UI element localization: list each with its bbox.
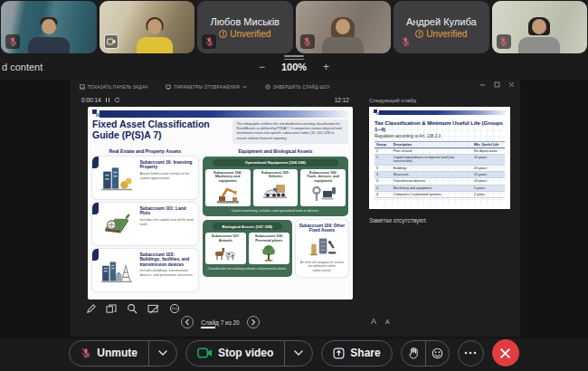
share-screen-icon: [333, 347, 345, 359]
end-slideshow-button[interactable]: ЗАВЕРШИТЬ СЛАЙД-ШОУ: [265, 84, 330, 90]
see-all-slides-button[interactable]: [106, 304, 117, 314]
window-controls: [479, 81, 515, 88]
taskbar-icon: [80, 84, 85, 90]
next-slide-label: Следующий слайд: [369, 98, 416, 103]
raise-hand-button[interactable]: [402, 341, 425, 366]
table-row: 3Structures15 years: [375, 171, 505, 177]
other-assets-icon: [299, 236, 346, 258]
table-row: 1Plots of landNo depreciation: [375, 147, 505, 154]
participant-tile-6[interactable]: [492, 1, 588, 53]
slide-navigation: Слайд 7 из 20: [88, 316, 353, 328]
participant-name: Андрей Кулиба: [406, 16, 477, 27]
real-estate-column: Real Estate and Property Assets Subaccou…: [92, 147, 198, 295]
participant-tile-2[interactable]: [100, 1, 195, 53]
buildings-coins-icon: [97, 160, 137, 196]
table-row: 4Machinery and equipment5 years: [375, 185, 505, 191]
table-row: 4Computers / automated systems2 years: [375, 192, 505, 198]
black-screen-button[interactable]: [147, 304, 159, 314]
unmute-button[interactable]: Unmute: [70, 341, 148, 366]
animals-icon: [207, 244, 244, 262]
participant-video: [128, 17, 182, 53]
close-x-icon: [500, 348, 510, 358]
pause-timer-icon[interactable]: [106, 98, 110, 102]
slide-tools: [86, 303, 180, 314]
participant-strip: Любов Миськів ! Unverified Андрей Кулиба…: [1, 1, 587, 53]
zoom-level[interactable]: 100%: [281, 62, 307, 72]
minimize-button[interactable]: [479, 81, 486, 88]
stop-video-button[interactable]: Stop video: [186, 341, 284, 366]
participant-name: Любов Миськів: [211, 16, 280, 27]
subaccount-106-card: Subaccount 106: Tools, devices, and equi…: [300, 169, 346, 206]
audio-options-button[interactable]: [148, 341, 176, 366]
zoom-slide-button[interactable]: [127, 303, 138, 314]
useful-life-table: Group Description Min. Useful Life 1Plot…: [375, 141, 505, 199]
font-increase-button[interactable]: A: [371, 317, 376, 326]
speaker-notes-placeholder: Заметки отсутствуют.: [369, 217, 427, 224]
unverified-badge: ! Unverified: [415, 29, 467, 39]
close-window-button[interactable]: [508, 81, 515, 88]
slide-description: This infographic outlines the standardiz…: [232, 119, 348, 144]
subaccount-104-card: Subaccount 104: Machinery and equipment: [205, 169, 251, 206]
more-options-button[interactable]: [458, 340, 484, 366]
video-options-button[interactable]: [284, 341, 312, 366]
next-slide-button[interactable]: [247, 316, 260, 328]
participant-video: [316, 17, 370, 53]
view-bar: d content − 100% +: [0, 58, 588, 78]
participant-video: [512, 17, 566, 53]
more-options-icon: [464, 351, 477, 355]
slide-counter: Слайд 7 из 20: [201, 319, 239, 326]
unmute-control: Unmute: [69, 340, 177, 366]
unverified-icon: !: [415, 30, 423, 38]
participant-tile-1[interactable]: [1, 1, 97, 53]
participant-tile-4[interactable]: [296, 1, 392, 53]
tree-icon: [251, 244, 288, 262]
show-taskbar-button[interactable]: ПОКАЗАТЬ ПАНЕЛЬ ЗАДАЧ: [80, 84, 147, 90]
subaccount-108-card: Subaccount 108: Perennial plants: [249, 233, 289, 264]
smiley-icon: [432, 347, 443, 359]
display-icon: [166, 84, 171, 90]
subaccount-105-card: Subaccount 105: Vehicles: [253, 169, 299, 206]
presenter-view-window: ПОКАЗАТЬ ПАНЕЛЬ ЗАДАЧ ПАРАМЕТРЫ ОТОБРАЖЕ…: [71, 80, 520, 337]
leave-meeting-button[interactable]: [492, 339, 519, 366]
clock-value: 12:12: [335, 97, 349, 103]
participant-tile-5[interactable]: Андрей Кулиба ! Unverified: [394, 1, 489, 53]
share-button[interactable]: Share: [322, 341, 391, 366]
notes-font-controls: A A: [371, 317, 390, 326]
preview-title: Tax Classification & Minimum Useful Life…: [375, 120, 505, 133]
more-slideshow-options-button[interactable]: [169, 303, 180, 314]
mic-off-icon: [497, 34, 511, 49]
display-settings-button[interactable]: ПАРАМЕТРЫ ОТОБРАЖЕНИЯ: [166, 84, 246, 90]
subaccount-109-card: Subaccount 109: Other Fixed Assets A cat…: [296, 220, 348, 277]
restart-timer-icon[interactable]: [114, 97, 120, 103]
maximize-button[interactable]: [494, 81, 500, 88]
presenter-toolbar: ПОКАЗАТЬ ПАНЕЛЬ ЗАДАЧ ПАРАМЕТРЫ ОТОБРАЖЕ…: [71, 80, 520, 94]
timer-value: 0:00:14: [81, 97, 101, 103]
video-camera-badge-icon: [104, 34, 119, 49]
participant-tile-3[interactable]: Любов Миськів ! Unverified: [197, 1, 293, 53]
preview-subtitle: Regulation according to Art. 138.3.3: [375, 134, 505, 138]
unverified-badge: ! Unverified: [219, 29, 270, 39]
slide-title: Fixed Asset Classification Guide (P(S)A …: [92, 119, 227, 144]
chevron-down-icon: [242, 85, 247, 89]
land-compass-icon: [97, 206, 137, 243]
table-row: 3Buildings20 years: [375, 165, 505, 171]
subaccount-10-card: Subaccount 10: Investing PropertyAssets …: [92, 157, 198, 199]
biological-assets-panel: Biological Assets (107-108) Subaccount 1…: [203, 220, 292, 277]
reactions-button[interactable]: [425, 341, 449, 366]
share-control: Share: [321, 340, 392, 366]
reactions-control: [401, 340, 450, 366]
mic-off-icon: [300, 34, 315, 49]
chevron-down-icon: [158, 350, 167, 356]
preview-banner: [379, 110, 506, 115]
mic-off-icon: [81, 347, 91, 359]
zoom-out-button[interactable]: −: [259, 61, 265, 73]
city-pylon-icon: [97, 252, 137, 289]
tools-devices-icon: [302, 185, 344, 205]
next-slide-preview[interactable]: Tax Classification & Minimum Useful Life…: [369, 107, 510, 209]
mic-off-icon: [202, 34, 216, 49]
previous-slide-button[interactable]: [181, 316, 194, 328]
font-decrease-button[interactable]: A: [385, 319, 390, 325]
pen-tool-button[interactable]: [86, 304, 96, 314]
zoom-in-button[interactable]: +: [323, 61, 329, 73]
mic-off-icon: [398, 34, 413, 49]
